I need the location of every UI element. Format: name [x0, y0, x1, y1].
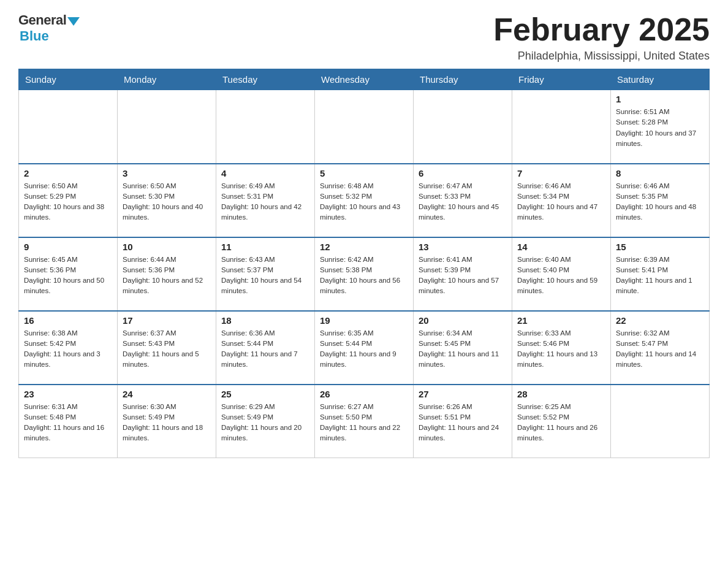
weekday-header-friday: Friday: [512, 69, 611, 90]
calendar-cell: 24Sunrise: 6:30 AMSunset: 5:49 PMDayligh…: [118, 385, 216, 458]
calendar-cell: 25Sunrise: 6:29 AMSunset: 5:49 PMDayligh…: [216, 385, 315, 458]
calendar-cell: 28Sunrise: 6:25 AMSunset: 5:52 PMDayligh…: [512, 385, 611, 458]
weekday-header-monday: Monday: [118, 69, 216, 90]
day-info: Sunrise: 6:31 AMSunset: 5:48 PMDaylight:…: [24, 402, 112, 444]
day-number: 21: [517, 315, 605, 326]
day-number: 20: [419, 315, 507, 326]
calendar-cell: 14Sunrise: 6:40 AMSunset: 5:40 PMDayligh…: [512, 237, 611, 311]
day-number: 1: [616, 94, 704, 104]
calendar-cell: 21Sunrise: 6:33 AMSunset: 5:46 PMDayligh…: [512, 311, 611, 385]
calendar-cell: 8Sunrise: 6:46 AMSunset: 5:35 PMDaylight…: [611, 164, 710, 237]
calendar-cell: 13Sunrise: 6:41 AMSunset: 5:39 PMDayligh…: [414, 237, 512, 311]
day-number: 9: [24, 242, 112, 252]
calendar-week-row: 23Sunrise: 6:31 AMSunset: 5:48 PMDayligh…: [19, 385, 710, 458]
day-number: 28: [517, 389, 605, 399]
day-info: Sunrise: 6:33 AMSunset: 5:46 PMDaylight:…: [517, 328, 605, 370]
day-number: 23: [24, 389, 112, 399]
weekday-header-wednesday: Wednesday: [315, 69, 414, 90]
logo-general-text: General: [18, 12, 66, 28]
calendar-cell: [315, 90, 414, 164]
calendar-cell: 18Sunrise: 6:36 AMSunset: 5:44 PMDayligh…: [216, 311, 315, 385]
day-number: 26: [320, 389, 408, 399]
logo-arrow-icon: [67, 17, 80, 26]
day-number: 3: [123, 168, 211, 178]
calendar-cell: 11Sunrise: 6:43 AMSunset: 5:37 PMDayligh…: [216, 237, 315, 311]
calendar-cell: 9Sunrise: 6:45 AMSunset: 5:36 PMDaylight…: [19, 237, 118, 311]
day-number: 6: [419, 168, 507, 178]
calendar-cell: 23Sunrise: 6:31 AMSunset: 5:48 PMDayligh…: [19, 385, 118, 458]
day-info: Sunrise: 6:42 AMSunset: 5:38 PMDaylight:…: [320, 255, 408, 297]
calendar-cell: 22Sunrise: 6:32 AMSunset: 5:47 PMDayligh…: [611, 311, 710, 385]
day-number: 8: [616, 168, 704, 178]
day-number: 25: [221, 389, 309, 399]
calendar-cell: [19, 90, 118, 164]
day-number: 19: [320, 315, 408, 326]
calendar-cell: 2Sunrise: 6:50 AMSunset: 5:29 PMDaylight…: [19, 164, 118, 237]
day-info: Sunrise: 6:41 AMSunset: 5:39 PMDaylight:…: [419, 255, 507, 297]
day-info: Sunrise: 6:34 AMSunset: 5:45 PMDaylight:…: [419, 328, 507, 370]
weekday-header-saturday: Saturday: [611, 69, 710, 90]
day-info: Sunrise: 6:35 AMSunset: 5:44 PMDaylight:…: [320, 328, 408, 370]
calendar-cell: [512, 90, 611, 164]
calendar-week-row: 2Sunrise: 6:50 AMSunset: 5:29 PMDaylight…: [19, 164, 710, 237]
calendar-cell: 3Sunrise: 6:50 AMSunset: 5:30 PMDaylight…: [118, 164, 216, 237]
calendar-cell: 7Sunrise: 6:46 AMSunset: 5:34 PMDaylight…: [512, 164, 611, 237]
day-info: Sunrise: 6:36 AMSunset: 5:44 PMDaylight:…: [221, 328, 309, 370]
day-number: 4: [221, 168, 309, 178]
day-info: Sunrise: 6:39 AMSunset: 5:41 PMDaylight:…: [616, 255, 704, 297]
day-number: 5: [320, 168, 408, 178]
logo: General Blue: [18, 12, 80, 44]
day-number: 2: [24, 168, 112, 178]
day-info: Sunrise: 6:47 AMSunset: 5:33 PMDaylight:…: [419, 181, 507, 223]
calendar-cell: [611, 385, 710, 458]
day-info: Sunrise: 6:50 AMSunset: 5:29 PMDaylight:…: [24, 181, 112, 223]
day-info: Sunrise: 6:38 AMSunset: 5:42 PMDaylight:…: [24, 328, 112, 370]
weekday-header-sunday: Sunday: [19, 69, 118, 90]
calendar-cell: [118, 90, 216, 164]
day-info: Sunrise: 6:45 AMSunset: 5:36 PMDaylight:…: [24, 255, 112, 297]
calendar-week-row: 16Sunrise: 6:38 AMSunset: 5:42 PMDayligh…: [19, 311, 710, 385]
weekday-header-thursday: Thursday: [414, 69, 512, 90]
calendar-table: SundayMondayTuesdayWednesdayThursdayFrid…: [18, 69, 710, 458]
day-info: Sunrise: 6:25 AMSunset: 5:52 PMDaylight:…: [517, 402, 605, 444]
day-info: Sunrise: 6:50 AMSunset: 5:30 PMDaylight:…: [123, 181, 211, 223]
day-info: Sunrise: 6:32 AMSunset: 5:47 PMDaylight:…: [616, 328, 704, 370]
day-info: Sunrise: 6:46 AMSunset: 5:35 PMDaylight:…: [616, 181, 704, 223]
day-info: Sunrise: 6:46 AMSunset: 5:34 PMDaylight:…: [517, 181, 605, 223]
calendar-cell: 26Sunrise: 6:27 AMSunset: 5:50 PMDayligh…: [315, 385, 414, 458]
weekday-header-tuesday: Tuesday: [216, 69, 315, 90]
calendar-cell: [414, 90, 512, 164]
day-info: Sunrise: 6:29 AMSunset: 5:49 PMDaylight:…: [221, 402, 309, 444]
day-info: Sunrise: 6:40 AMSunset: 5:40 PMDaylight:…: [517, 255, 605, 297]
day-info: Sunrise: 6:49 AMSunset: 5:31 PMDaylight:…: [221, 181, 309, 223]
calendar-cell: 27Sunrise: 6:26 AMSunset: 5:51 PMDayligh…: [414, 385, 512, 458]
calendar-cell: 12Sunrise: 6:42 AMSunset: 5:38 PMDayligh…: [315, 237, 414, 311]
day-number: 15: [616, 242, 704, 252]
day-number: 11: [221, 242, 309, 252]
day-number: 10: [123, 242, 211, 252]
day-number: 27: [419, 389, 507, 399]
calendar-cell: 19Sunrise: 6:35 AMSunset: 5:44 PMDayligh…: [315, 311, 414, 385]
day-number: 24: [123, 389, 211, 399]
calendar-cell: 16Sunrise: 6:38 AMSunset: 5:42 PMDayligh…: [19, 311, 118, 385]
day-number: 7: [517, 168, 605, 178]
day-info: Sunrise: 6:43 AMSunset: 5:37 PMDaylight:…: [221, 255, 309, 297]
day-info: Sunrise: 6:26 AMSunset: 5:51 PMDaylight:…: [419, 402, 507, 444]
day-info: Sunrise: 6:30 AMSunset: 5:49 PMDaylight:…: [123, 402, 211, 444]
calendar-cell: 5Sunrise: 6:48 AMSunset: 5:32 PMDaylight…: [315, 164, 414, 237]
location-label: Philadelphia, Mississippi, United States: [493, 50, 710, 63]
day-number: 16: [24, 315, 112, 326]
calendar-cell: 1Sunrise: 6:51 AMSunset: 5:28 PMDaylight…: [611, 90, 710, 164]
logo-blue-text: Blue: [20, 28, 49, 44]
day-number: 14: [517, 242, 605, 252]
day-info: Sunrise: 6:48 AMSunset: 5:32 PMDaylight:…: [320, 181, 408, 223]
page-header: General Blue February 2025 Philadelphia,…: [18, 12, 710, 63]
day-number: 17: [123, 315, 211, 326]
header-right: February 2025 Philadelphia, Mississippi,…: [493, 12, 710, 63]
calendar-cell: 17Sunrise: 6:37 AMSunset: 5:43 PMDayligh…: [118, 311, 216, 385]
calendar-week-row: 1Sunrise: 6:51 AMSunset: 5:28 PMDaylight…: [19, 90, 710, 164]
day-number: 13: [419, 242, 507, 252]
calendar-cell: 6Sunrise: 6:47 AMSunset: 5:33 PMDaylight…: [414, 164, 512, 237]
calendar-cell: 10Sunrise: 6:44 AMSunset: 5:36 PMDayligh…: [118, 237, 216, 311]
month-title: February 2025: [493, 12, 710, 47]
